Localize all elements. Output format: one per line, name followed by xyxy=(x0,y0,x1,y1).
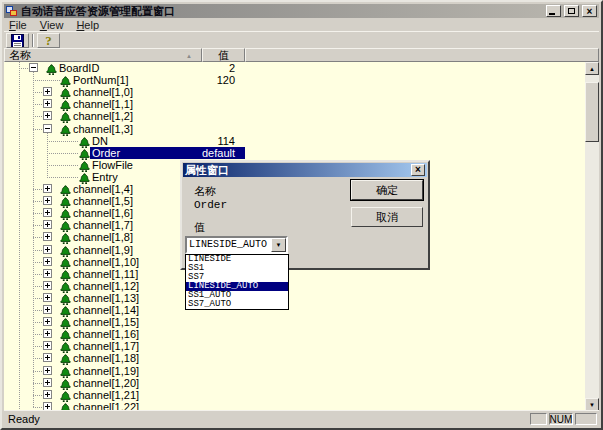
tree-row[interactable]: channel[1,2] xyxy=(4,110,585,122)
collapse-minus-icon[interactable] xyxy=(43,124,52,133)
expand-plus-icon[interactable] xyxy=(43,353,52,362)
tree-row[interactable]: channel[1,16] xyxy=(4,328,585,340)
expand-plus-icon[interactable] xyxy=(43,305,52,314)
tree-item-label: channel[1,9] xyxy=(71,244,135,256)
tree-item-label: channel[1,0] xyxy=(71,86,135,98)
tree-row[interactable]: DN114 xyxy=(4,135,585,147)
status-text: Ready xyxy=(8,413,40,425)
dropdown-option[interactable]: LINESIDE_AUTO xyxy=(186,282,288,291)
tree-row[interactable]: channel[1,15] xyxy=(4,316,585,328)
collapse-minus-icon[interactable] xyxy=(29,63,38,72)
dropdown-option[interactable]: SS7 xyxy=(186,273,288,282)
tree-row[interactable]: PortNum[1]120 xyxy=(4,74,585,86)
bell-icon xyxy=(60,195,71,207)
expand-plus-icon[interactable] xyxy=(43,220,52,229)
close-icon: × xyxy=(587,7,593,16)
tree-item-label: BoardID xyxy=(57,62,101,74)
value-combobox[interactable]: LINESIDE_AUTO ▼ xyxy=(185,236,288,254)
expand-plus-icon[interactable] xyxy=(43,366,52,375)
tree-row[interactable]: channel[1,0] xyxy=(4,86,585,98)
tree-item-label: channel[1,15] xyxy=(71,316,141,328)
tree-row[interactable]: channel[1,18] xyxy=(4,352,585,364)
column-header-value[interactable]: 值 xyxy=(202,48,245,62)
tree-row[interactable]: channel[1,21] xyxy=(4,389,585,401)
expand-plus-icon[interactable] xyxy=(43,269,52,278)
tree-row[interactable]: Orderdefault xyxy=(4,147,585,159)
combobox-dropdown-button[interactable]: ▼ xyxy=(271,238,286,252)
expand-plus-icon[interactable] xyxy=(43,341,52,350)
dialog-title-bar[interactable]: 属性窗口 × xyxy=(183,163,427,177)
chevron-down-icon: ▼ xyxy=(276,242,282,248)
tree-item-label: channel[1,4] xyxy=(71,183,135,195)
dialog-close-button[interactable]: × xyxy=(411,164,425,176)
dropdown-option[interactable]: SS1_AUTO xyxy=(186,291,288,300)
bell-icon xyxy=(60,86,71,98)
dropdown-option[interactable]: SS7_AUTO xyxy=(186,300,288,309)
dropdown-option[interactable]: LINESIDE xyxy=(186,255,288,264)
tree-connector xyxy=(33,250,43,251)
expand-plus-icon[interactable] xyxy=(43,111,52,120)
menu-item-file[interactable]: File xyxy=(9,19,27,31)
expand-plus-icon[interactable] xyxy=(43,245,52,254)
menu-bar: File View Help xyxy=(4,18,599,31)
ok-button[interactable]: 确定 xyxy=(351,180,423,200)
expand-plus-icon[interactable] xyxy=(43,99,52,108)
expand-plus-icon[interactable] xyxy=(43,293,52,302)
expand-plus-icon[interactable] xyxy=(43,208,52,217)
bell-icon xyxy=(60,377,71,389)
tree-row[interactable]: channel[1,20] xyxy=(4,377,585,389)
tree-row[interactable]: channel[1,3] xyxy=(4,123,585,135)
minimize-button[interactable] xyxy=(546,5,561,17)
scroll-up-button[interactable]: ▲ xyxy=(585,62,599,75)
vertical-scrollbar[interactable]: ▲ ▼ xyxy=(585,62,599,411)
expand-plus-icon[interactable] xyxy=(43,232,52,241)
tree-item-label: channel[1,13] xyxy=(71,292,141,304)
expand-plus-icon[interactable] xyxy=(43,257,52,266)
expand-plus-icon[interactable] xyxy=(43,184,52,193)
expand-plus-icon[interactable] xyxy=(43,281,52,290)
tree-connector xyxy=(33,298,43,299)
expand-plus-icon[interactable] xyxy=(43,317,52,326)
bell-icon xyxy=(60,280,71,292)
bell-icon xyxy=(60,365,71,377)
status-pane-2 xyxy=(575,413,597,425)
help-button[interactable]: ? xyxy=(37,33,60,48)
tree-item-label: channel[1,3] xyxy=(71,123,135,135)
bell-icon xyxy=(60,340,71,352)
tree-connector xyxy=(33,346,43,347)
toolbar-separator xyxy=(32,34,34,47)
tree-row[interactable]: channel[1,17] xyxy=(4,340,585,352)
menu-item-view[interactable]: View xyxy=(40,19,64,31)
tree-row[interactable]: channel[1,19] xyxy=(4,365,585,377)
tree-row[interactable]: channel[1,13] xyxy=(4,292,585,304)
bell-icon xyxy=(60,231,71,243)
value-label: 值 xyxy=(194,220,205,235)
tree-item-label: FlowFile xyxy=(90,159,135,171)
bell-icon xyxy=(79,171,90,183)
expand-plus-icon[interactable] xyxy=(43,196,52,205)
tree-connector xyxy=(33,80,60,81)
name-value: Order xyxy=(194,199,227,211)
menu-item-help[interactable]: Help xyxy=(76,19,99,31)
tree-item-label: Order xyxy=(90,147,122,159)
cancel-button[interactable]: 取消 xyxy=(351,207,423,227)
expand-plus-icon[interactable] xyxy=(43,87,52,96)
expand-plus-icon[interactable] xyxy=(43,329,52,338)
tree-row[interactable]: BoardID2 xyxy=(4,62,585,74)
save-button[interactable] xyxy=(6,33,29,48)
bell-icon xyxy=(60,328,71,340)
close-button[interactable]: × xyxy=(582,5,597,17)
expand-plus-icon[interactable] xyxy=(43,378,52,387)
tree-row[interactable]: channel[1,12] xyxy=(4,280,585,292)
scroll-thumb[interactable] xyxy=(585,82,599,142)
column-header-name[interactable]: 名称 ▲ xyxy=(4,48,202,62)
dropdown-option[interactable]: SS1 xyxy=(186,264,288,273)
tree-item-label: DN xyxy=(90,135,110,147)
tree-row[interactable]: channel[1,14] xyxy=(4,304,585,316)
tree-connector xyxy=(47,177,79,178)
tree-item-label: channel[1,10] xyxy=(71,256,141,268)
restore-button[interactable] xyxy=(564,5,579,17)
tree-row[interactable]: channel[1,1] xyxy=(4,98,585,110)
expand-plus-icon[interactable] xyxy=(43,390,52,399)
title-bar[interactable]: 自动语音应答资源管理配置窗口 × xyxy=(4,4,599,18)
